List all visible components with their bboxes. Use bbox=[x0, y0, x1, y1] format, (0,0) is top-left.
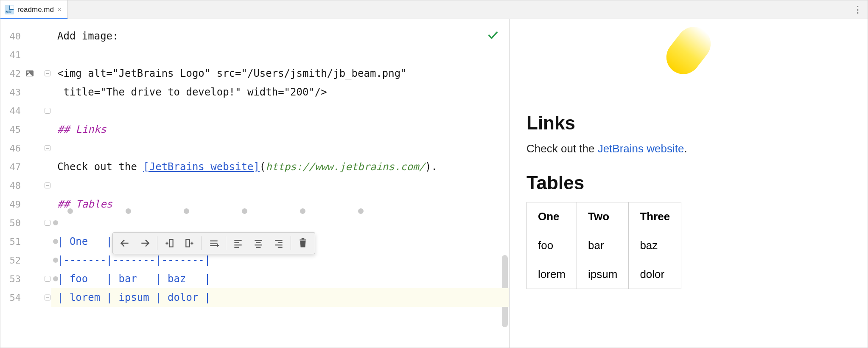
table-header: One bbox=[527, 202, 577, 231]
code-text: Check out the bbox=[57, 161, 143, 173]
toolbar-separator bbox=[157, 236, 157, 250]
line-number: 50 bbox=[0, 218, 21, 228]
table-separator: |-------|-------|-------| bbox=[57, 254, 210, 266]
markdown-file-icon bbox=[5, 5, 14, 14]
ide-window: readme.md × ⋮ 40 41 42 43 44 45 bbox=[0, 0, 868, 348]
editor-pane: 40 41 42 43 44 45 46 47 bbox=[0, 19, 510, 348]
line-number: 53 bbox=[0, 274, 21, 284]
code-area[interactable]: Add image: <img alt="JetBrains Logo" src… bbox=[51, 19, 509, 348]
align-right-button[interactable] bbox=[269, 234, 289, 252]
line-number: 44 bbox=[0, 106, 21, 116]
preview-body: Links Check out the JetBrains website. T… bbox=[526, 19, 851, 289]
tab-filename: readme.md bbox=[17, 6, 54, 14]
table-row: | lorem | ipsum | dolor | bbox=[57, 292, 210, 303]
close-icon[interactable]: × bbox=[57, 6, 62, 13]
fold-icon[interactable] bbox=[45, 145, 50, 151]
heading-prefix: ## bbox=[57, 123, 76, 135]
code-text: Add image: bbox=[57, 30, 119, 42]
preview-heading-links: Links bbox=[526, 112, 851, 134]
insert-col-left-button[interactable] bbox=[159, 234, 179, 252]
preview-pane: Links Check out the JetBrains website. T… bbox=[510, 19, 868, 348]
delete-button[interactable] bbox=[293, 234, 313, 252]
table-row: lorem ipsum dolor bbox=[527, 260, 681, 289]
preview-heading-tables: Tables bbox=[526, 172, 851, 194]
table-row: foo bar baz bbox=[527, 231, 681, 260]
editor-tab[interactable]: readme.md × bbox=[0, 0, 68, 19]
table-row: | foo | bar | baz | bbox=[57, 273, 210, 285]
align-left-button[interactable] bbox=[228, 234, 248, 252]
col-handle-icon[interactable] bbox=[242, 208, 247, 214]
line-number: 42 bbox=[0, 68, 21, 79]
fold-icon[interactable] bbox=[45, 182, 50, 188]
line-number: 45 bbox=[0, 124, 21, 135]
table-toolbar bbox=[112, 232, 315, 254]
line-number: 48 bbox=[0, 180, 21, 191]
code-text: title="The drive to develop!" width="200… bbox=[57, 86, 327, 98]
insert-col-right-button[interactable] bbox=[179, 234, 200, 252]
nav-back-button[interactable] bbox=[115, 234, 135, 252]
fold-icon[interactable] bbox=[45, 108, 50, 114]
split-pane: 40 41 42 43 44 45 46 47 bbox=[0, 19, 868, 348]
table-header: Three bbox=[629, 202, 681, 231]
gutter: 40 41 42 43 44 45 46 47 bbox=[0, 19, 51, 348]
svg-rect-4 bbox=[169, 239, 173, 247]
line-number: 43 bbox=[0, 87, 21, 98]
fold-icon[interactable] bbox=[45, 70, 50, 76]
fold-icon[interactable] bbox=[45, 220, 50, 226]
line-number: 49 bbox=[0, 199, 21, 210]
more-menu-icon[interactable]: ⋮ bbox=[853, 0, 862, 19]
line-number: 46 bbox=[0, 143, 21, 154]
line-number: 51 bbox=[0, 236, 21, 247]
toolbar-separator bbox=[226, 236, 226, 250]
preview-paragraph: Check out the JetBrains website. bbox=[526, 142, 851, 155]
table-header: Two bbox=[577, 202, 629, 231]
toolbar-separator bbox=[202, 236, 202, 250]
col-handle-icon[interactable] bbox=[184, 208, 189, 214]
link-url: https://www.jetbrains.com/ bbox=[266, 161, 425, 173]
svg-rect-28 bbox=[302, 238, 305, 239]
line-number: 54 bbox=[0, 292, 21, 303]
link-text: [JetBrains website] bbox=[143, 161, 260, 173]
svg-rect-7 bbox=[186, 239, 190, 247]
line-number: 40 bbox=[0, 31, 21, 42]
select-cells-button[interactable] bbox=[204, 234, 224, 252]
align-center-button[interactable] bbox=[248, 234, 269, 252]
preview-table: One Two Three foo bar baz lorem ipsum bbox=[526, 202, 681, 289]
line-number: 41 bbox=[0, 50, 21, 60]
col-handle-icon[interactable] bbox=[67, 208, 73, 214]
toolbar-separator bbox=[291, 236, 291, 250]
svg-rect-27 bbox=[300, 239, 306, 240]
tab-bar: readme.md × ⋮ bbox=[0, 0, 868, 19]
preview-link[interactable]: JetBrains website bbox=[598, 142, 684, 155]
code-text: <img alt="JetBrains Logo" src="/Users/js… bbox=[57, 67, 407, 79]
line-number: 52 bbox=[0, 255, 21, 266]
nav-forward-button[interactable] bbox=[135, 234, 155, 252]
col-handle-icon[interactable] bbox=[126, 208, 131, 214]
image-gutter-icon[interactable] bbox=[25, 69, 34, 78]
intention-bulb-icon[interactable] bbox=[49, 275, 57, 283]
heading-text: Links bbox=[76, 123, 106, 135]
line-number: 47 bbox=[0, 162, 21, 172]
col-handle-icon[interactable] bbox=[300, 208, 305, 214]
column-handles bbox=[67, 208, 364, 214]
col-handle-icon[interactable] bbox=[358, 208, 364, 214]
